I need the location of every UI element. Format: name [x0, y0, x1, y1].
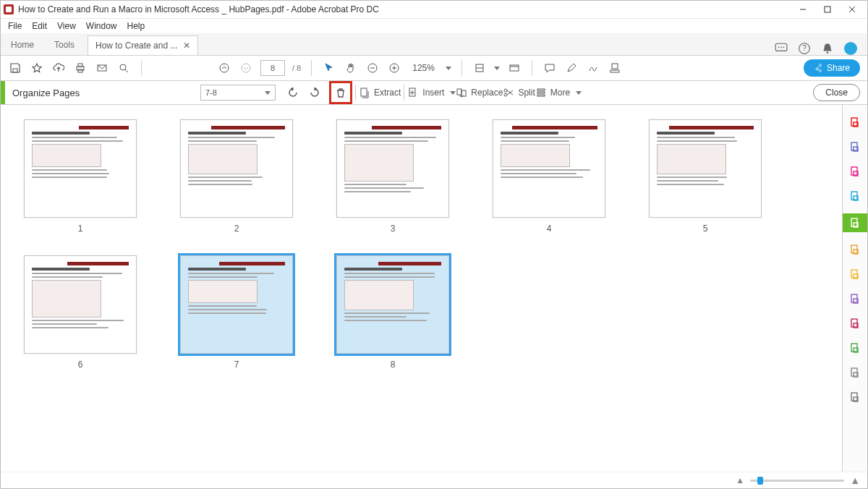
- body: 12345678: [1, 105, 867, 472]
- page-thumbnail[interactable]: 2: [179, 119, 294, 234]
- protect-icon[interactable]: [848, 365, 862, 380]
- save-icon[interactable]: [8, 61, 22, 75]
- split-button[interactable]: Split: [503, 87, 535, 98]
- page-thumbnail[interactable]: 4: [491, 119, 607, 234]
- fit-width-icon[interactable]: [472, 61, 487, 75]
- send-icon[interactable]: [848, 341, 862, 355]
- search-icon[interactable]: [116, 61, 131, 75]
- page-thumbnail[interactable]: 8: [335, 255, 451, 370]
- organize-title: Organize Pages: [5, 88, 200, 98]
- comment-icon[interactable]: [848, 267, 862, 281]
- maximize-button[interactable]: [815, 1, 840, 17]
- page-up-icon[interactable]: [217, 61, 231, 75]
- page-thumbnail[interactable]: 3: [335, 119, 451, 234]
- svg-rect-11: [13, 69, 17, 72]
- menu-window[interactable]: Window: [86, 21, 117, 31]
- menu-file[interactable]: File: [8, 21, 22, 31]
- zoom-value[interactable]: 125%: [409, 62, 438, 74]
- tab-home[interactable]: Home: [1, 35, 44, 55]
- delete-icon[interactable]: [333, 85, 348, 100]
- read-mode-icon[interactable]: [507, 61, 522, 75]
- svg-point-6: [780, 46, 782, 48]
- tab-strip: Home Tools How to Create and ... ✕ ?: [1, 33, 867, 56]
- help-icon[interactable]: ?: [798, 42, 811, 55]
- star-icon[interactable]: [30, 61, 44, 75]
- pointer-icon[interactable]: [322, 61, 336, 75]
- svg-point-18: [220, 64, 229, 72]
- redact-icon[interactable]: [848, 242, 862, 257]
- mail-icon[interactable]: [95, 61, 109, 75]
- menu-view[interactable]: View: [57, 21, 76, 31]
- small-thumb-icon[interactable]: ▲: [736, 475, 744, 485]
- highlight-icon[interactable]: [564, 61, 579, 75]
- svg-point-7: [783, 46, 784, 48]
- zoom-out-icon[interactable]: [365, 61, 380, 75]
- sign-icon[interactable]: [586, 61, 600, 75]
- page-number-label: 5: [703, 224, 708, 234]
- hand-icon[interactable]: [344, 61, 358, 75]
- page-preview: [493, 119, 605, 218]
- rotate-left-icon[interactable]: [286, 85, 300, 100]
- page-preview: [180, 255, 293, 354]
- print-icon[interactable]: [73, 61, 88, 75]
- page-thumbnail[interactable]: 7: [179, 255, 294, 370]
- slider-thumb[interactable]: [757, 477, 763, 485]
- page-number-input[interactable]: [260, 60, 285, 76]
- chevron-down-icon: [450, 91, 456, 95]
- tab-close-icon[interactable]: ✕: [183, 41, 190, 51]
- svg-rect-38: [537, 89, 545, 90]
- page-thumbnail[interactable]: 6: [22, 255, 138, 370]
- zoom-dropdown-icon[interactable]: [446, 67, 451, 70]
- stamp-icon[interactable]: [608, 61, 622, 75]
- page-thumbnail[interactable]: 5: [647, 119, 763, 234]
- page-preview: [649, 119, 762, 218]
- menu-edit[interactable]: Edit: [32, 21, 47, 31]
- tab-tools[interactable]: Tools: [44, 35, 85, 55]
- svg-rect-26: [510, 65, 519, 71]
- combine-icon[interactable]: [848, 189, 862, 203]
- more-button[interactable]: More: [535, 87, 582, 98]
- create-pdf-icon[interactable]: [848, 115, 862, 129]
- menu-help[interactable]: Help: [127, 21, 145, 31]
- zoom-in-icon[interactable]: [387, 61, 401, 75]
- export-pdf-icon[interactable]: [848, 164, 862, 179]
- bell-icon[interactable]: [821, 42, 834, 55]
- page-preview: [336, 255, 449, 354]
- page-number-label: 8: [391, 360, 396, 370]
- tab-document[interactable]: How to Create and ... ✕: [88, 35, 198, 55]
- svg-rect-40: [537, 95, 545, 96]
- minimize-button[interactable]: [791, 1, 815, 17]
- close-button[interactable]: Close: [813, 84, 860, 101]
- edit-pdf-icon[interactable]: [848, 140, 862, 154]
- page-preview: [24, 119, 137, 218]
- page-thumbnails: 12345678: [1, 105, 842, 472]
- fit-dropdown-icon[interactable]: [494, 67, 500, 70]
- organize-bar: Organize Pages 7-8 Extract Insert Replac…: [1, 81, 867, 105]
- sign-icon[interactable]: [848, 292, 862, 306]
- window-controls: [791, 1, 864, 17]
- more-tools-icon[interactable]: [848, 390, 862, 404]
- share-button[interactable]: Share: [804, 59, 860, 77]
- comment-icon[interactable]: [542, 61, 557, 75]
- extract-button[interactable]: Extract: [359, 87, 401, 98]
- page-down-icon[interactable]: [239, 61, 253, 75]
- account-icon[interactable]: [844, 42, 857, 55]
- cloud-up-icon[interactable]: [51, 61, 66, 75]
- organize-icon[interactable]: [843, 213, 867, 232]
- replace-button[interactable]: Replace: [456, 87, 503, 98]
- page-number-label: 4: [547, 224, 552, 234]
- thumbnail-zoom-slider[interactable]: [750, 480, 844, 482]
- svg-rect-35: [461, 90, 466, 96]
- close-window-button[interactable]: [840, 1, 864, 17]
- page-range-dropdown[interactable]: 7-8: [200, 85, 276, 101]
- svg-rect-28: [612, 64, 618, 69]
- insert-button[interactable]: Insert: [407, 87, 456, 98]
- large-thumb-icon[interactable]: ▲: [850, 475, 860, 486]
- chat-icon[interactable]: [775, 42, 788, 55]
- svg-rect-39: [537, 92, 545, 93]
- main-toolbar: / 8 125% Share: [1, 56, 867, 81]
- app-icon: [4, 4, 14, 14]
- page-thumbnail[interactable]: 1: [22, 119, 138, 234]
- measure-icon[interactable]: [848, 316, 862, 331]
- rotate-right-icon[interactable]: [307, 85, 322, 100]
